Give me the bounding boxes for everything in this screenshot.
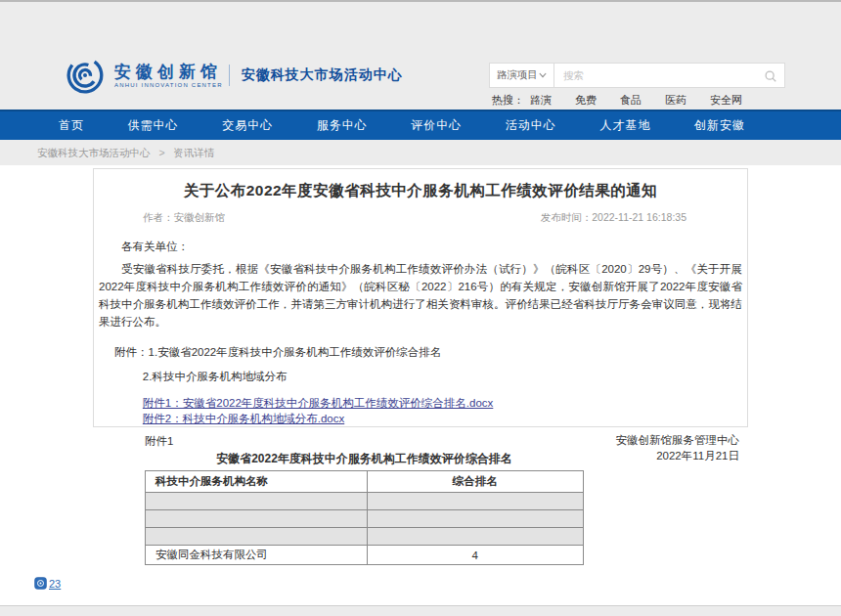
cell-agency-name bbox=[146, 493, 368, 510]
site-title: 安徽科技大市场活动中心 bbox=[242, 66, 403, 84]
cell-rank bbox=[367, 493, 584, 510]
search-category-label: 路演项目 bbox=[497, 68, 538, 82]
table-row bbox=[146, 510, 584, 528]
article-title: 关于公布2022年度安徽省科技中介服务机构工作绩效评价结果的通知 bbox=[94, 181, 747, 201]
table-row: 安徽同金科技有限公司 4 bbox=[146, 546, 584, 565]
attachment-links: 附件1：安徽省2022年度科技中介服务机构工作绩效评价综合排名.docx 附件2… bbox=[143, 395, 742, 426]
logo-name-cn: 安徽创新馆 bbox=[114, 63, 223, 81]
hot-search-label: 热搜： bbox=[492, 93, 524, 108]
breadcrumb: 安徽科技大市场活动中心 > 资讯详情 bbox=[0, 140, 841, 165]
cell-agency-name bbox=[146, 528, 368, 546]
logo-text: 安徽创新馆 ANHUI INNOVATION CENTER bbox=[114, 63, 223, 89]
nav-item-supply-demand[interactable]: 供需中心 bbox=[128, 117, 179, 134]
footer-strip bbox=[0, 605, 841, 616]
hot-term-mianfei[interactable]: 免费 bbox=[575, 93, 597, 108]
page: 安徽创新馆 ANHUI INNOVATION CENTER 安徽科技大市场活动中… bbox=[0, 0, 841, 616]
anhui-innovation-center-logo-icon bbox=[65, 55, 106, 96]
article-meta: 作者：安徽创新馆 发布时间：2022-11-21 16:18:35 bbox=[94, 211, 747, 225]
breadcrumb-separator: > bbox=[158, 147, 164, 158]
attachment-link-2[interactable]: 附件2：科技中介服务机构地域分布.docx bbox=[143, 411, 742, 426]
search-bar: 路演项目 bbox=[489, 63, 785, 88]
nav-item-talent[interactable]: 人才基地 bbox=[599, 117, 650, 134]
hot-search: 热搜： 路演 免费 食品 医药 安全网 bbox=[492, 93, 766, 108]
article-author: 作者：安徽创新馆 bbox=[143, 211, 225, 225]
attachments-intro: 附件：1.安徽省2022年度科技中介服务机构工作绩效评价综合排名 bbox=[99, 345, 742, 360]
article-body: 各有关单位： 受安徽省科技厅委托，根据《安徽省科技中介服务机构工作绩效评价办法（… bbox=[94, 240, 747, 463]
ranking-table: 科技中介服务机构名称 综合排名 安徽同金科技有限公司 4 bbox=[145, 470, 584, 565]
table-row bbox=[146, 528, 584, 546]
cell-agency-name: 安徽同金科技有限公司 bbox=[146, 546, 368, 565]
views-badge[interactable]: 23 bbox=[34, 577, 61, 590]
breadcrumb-current: 资讯详情 bbox=[173, 147, 214, 158]
hot-term-luyan[interactable]: 路演 bbox=[530, 93, 552, 108]
signature-org: 安徽创新馆服务管理中心 bbox=[99, 433, 739, 449]
chevron-down-icon bbox=[539, 72, 547, 78]
site-header: 安徽创新馆 ANHUI INNOVATION CENTER 安徽科技大市场活动中… bbox=[0, 0, 841, 110]
search-icon[interactable] bbox=[764, 69, 777, 83]
attachment-link-1[interactable]: 附件1：安徽省2022年度科技中介服务机构工作绩效评价综合排名.docx bbox=[143, 395, 742, 411]
breadcrumb-root[interactable]: 安徽科技大市场活动中心 bbox=[37, 147, 151, 158]
table-header-row: 科技中介服务机构名称 综合排名 bbox=[146, 471, 584, 493]
col-header-rank: 综合排名 bbox=[367, 471, 584, 493]
nav-item-service[interactable]: 服务中心 bbox=[317, 117, 368, 134]
cell-agency-name bbox=[146, 510, 368, 528]
table-row bbox=[146, 493, 584, 510]
logo-name-en: ANHUI INNOVATION CENTER bbox=[114, 81, 223, 89]
hot-term-shipin[interactable]: 食品 bbox=[620, 93, 642, 108]
nav-item-evaluation[interactable]: 评价中心 bbox=[411, 117, 462, 134]
views-icon bbox=[34, 577, 47, 590]
article-salutation: 各有关单位： bbox=[99, 240, 742, 254]
main-content: 关于公布2022年度安徽省科技中介服务机构工作绩效评价结果的通知 作者：安徽创新… bbox=[0, 165, 841, 605]
col-header-agency-name: 科技中介服务机构名称 bbox=[146, 471, 368, 493]
nav-item-home[interactable]: 首页 bbox=[59, 117, 84, 134]
hot-term-anquanwang[interactable]: 安全网 bbox=[710, 93, 742, 108]
cell-rank bbox=[367, 528, 584, 546]
search-field bbox=[553, 63, 785, 88]
article-paragraph: 受安徽省科技厅委托，根据《安徽省科技中介服务机构工作绩效评价办法（试行）》（皖科… bbox=[99, 260, 742, 330]
appendix-label: 附件1 bbox=[145, 434, 173, 449]
views-count: 23 bbox=[49, 578, 61, 590]
nav-item-innovation-anhui[interactable]: 创新安徽 bbox=[694, 117, 745, 134]
cell-rank bbox=[367, 510, 584, 528]
article-card: 关于公布2022年度安徽省科技中介服务机构工作绩效评价结果的通知 作者：安徽创新… bbox=[93, 168, 748, 427]
hot-term-yiyao[interactable]: 医药 bbox=[665, 93, 686, 108]
search-input[interactable] bbox=[554, 64, 784, 87]
main-nav: 首页 供需中心 交易中心 服务中心 评价中心 活动中心 人才基地 创新安徽 bbox=[0, 110, 841, 140]
search-category-dropdown[interactable]: 路演项目 bbox=[489, 63, 554, 88]
nav-item-activity[interactable]: 活动中心 bbox=[506, 117, 556, 134]
logo[interactable]: 安徽创新馆 ANHUI INNOVATION CENTER 安徽科技大市场活动中… bbox=[65, 55, 403, 96]
cell-rank: 4 bbox=[367, 546, 584, 565]
nav-item-trade[interactable]: 交易中心 bbox=[222, 117, 273, 134]
logo-separator bbox=[229, 65, 230, 86]
attachments-item2: 2.科技中介服务机构地域分布 bbox=[143, 370, 742, 384]
article-publish-time: 发布时间：2022-11-21 16:18:35 bbox=[541, 211, 686, 225]
appendix-table-title: 安徽省2022年度科技中介服务机构工作绩效评价综合排名 bbox=[145, 451, 584, 467]
